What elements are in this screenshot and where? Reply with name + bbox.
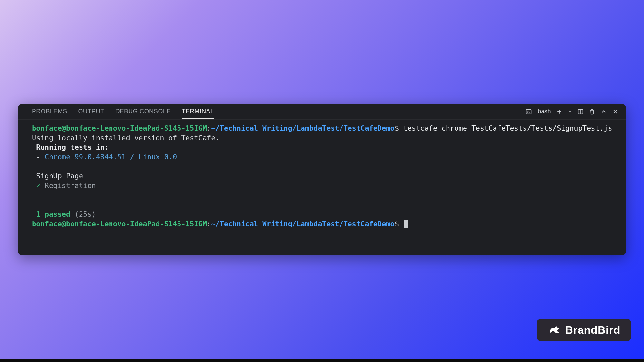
- terminal-launch-icon[interactable]: [525, 108, 532, 115]
- line-running: Running tests in:: [36, 143, 109, 151]
- prompt-dollar: $: [395, 124, 399, 132]
- fixture-name: SignUp Page: [36, 172, 83, 180]
- terminal-output[interactable]: bonface@bonface-Lenovo-IdeaPad-S145-15IG…: [18, 120, 626, 255]
- prompt-dollar-2: $: [395, 220, 399, 228]
- prompt-user-2: bonface@bonface-Lenovo-IdeaPad-S145-15IG…: [32, 220, 207, 228]
- svg-rect-0: [526, 109, 531, 114]
- browser-bullet: -: [32, 153, 45, 161]
- check-icon: ✓: [36, 181, 40, 190]
- terminal-panel: PROBLEMS OUTPUT DEBUG CONSOLE TERMINAL b…: [18, 104, 626, 255]
- prompt-colon-2: :: [207, 220, 211, 228]
- prompt-user: bonface@bonface-Lenovo-IdeaPad-S145-15IG…: [32, 124, 207, 132]
- prompt-path-2: ~/Technical Writing/LambdaTest/TestCafeD…: [211, 220, 395, 228]
- brandbird-watermark: BrandBird: [537, 319, 631, 341]
- brandbird-icon: [548, 324, 560, 336]
- brandbird-label: BrandBird: [565, 324, 620, 336]
- line-using: Using locally installed version of TestC…: [32, 134, 220, 142]
- result-time: (25s): [74, 210, 96, 218]
- result-passed: 1 passed: [36, 210, 70, 218]
- split-terminal-icon[interactable]: [577, 108, 584, 115]
- close-icon[interactable]: [612, 108, 619, 115]
- cursor: [404, 220, 408, 228]
- new-terminal-icon[interactable]: [556, 108, 562, 115]
- shell-label: bash: [538, 108, 551, 115]
- browser-line: Chrome 99.0.4844.51 / Linux 0.0: [45, 153, 177, 161]
- prompt-path: ~/Technical Writing/LambdaTest/TestCafeD…: [211, 124, 395, 132]
- command-text: testcafe chrome TestCafeTests/Tests/Sign…: [403, 124, 612, 132]
- trash-icon[interactable]: [589, 108, 595, 115]
- bottom-strip: [0, 359, 644, 362]
- artifact-strip: [18, 104, 626, 107]
- test-name: Registration: [45, 181, 96, 190]
- prompt-colon: :: [207, 124, 211, 132]
- chevron-up-icon[interactable]: [601, 108, 607, 115]
- chevron-down-icon[interactable]: [568, 108, 572, 115]
